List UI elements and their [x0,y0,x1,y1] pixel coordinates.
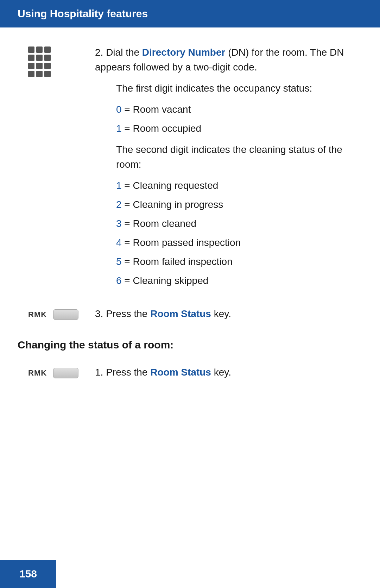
step-3-text-after: key. [211,308,231,319]
rmk-label-2: RMK [28,369,47,378]
section2-step-1-row: RMK 1. Press the Room Status key. [18,365,362,380]
rmk-icon-area-2: RMK [28,368,78,378]
occupancy-text-0: = Room vacant [122,104,191,115]
occupancy-text-1: = Room occupied [122,123,201,134]
step-3-link: Room Status [150,308,211,319]
step-2-para1: The first digit indicates the occupancy … [116,81,362,96]
cleaning-text-2: = Cleaning in progress [122,199,223,210]
cleaning-item-3: 3 = Room cleaned [116,216,362,231]
section2-step-1-text: 1. Press the Room Status key. [95,365,362,380]
cleaning-text-3: = Room cleaned [122,218,196,229]
cleaning-num-1: 1 [116,180,122,191]
main-content: 2. Dial the Directory Number (DN) for th… [0,45,380,429]
section-heading: Changing the status of a room: [18,339,173,351]
occupancy-item-0: 0 = Room vacant [116,102,362,117]
keypad-dot-1 [28,47,34,53]
keypad-dot-5 [36,55,43,61]
keypad-dot-7 [28,63,34,69]
step-3-icon-area: RMK [18,308,95,320]
cleaning-item-1: 1 = Cleaning requested [116,178,362,193]
step-3-row: RMK 3. Press the Room Status key. [18,307,362,321]
cleaning-item-5: 5 = Room failed inspection [116,254,362,269]
cleaning-num-3: 3 [116,218,122,229]
occupancy-list: 0 = Room vacant 1 = Room occupied [116,102,362,136]
step-2-text-before: Dial the [106,47,142,58]
occupancy-num-0: 0 [116,104,122,115]
page-number: 158 [19,568,37,580]
section2-step-1-icon-area: RMK [18,366,95,378]
keypad-dot-12 [44,71,51,77]
occupancy-item-1: 1 = Room occupied [116,121,362,136]
section2-step-1-text-after: key. [211,367,231,378]
cleaning-text-4: = Room passed inspection [122,237,241,248]
keypad-dot-9 [44,63,51,69]
keypad-icon-area [18,45,95,77]
keypad-dot-6 [44,55,51,61]
cleaning-text-1: = Cleaning requested [122,180,218,191]
step-2-row: 2. Dial the Directory Number (DN) for th… [18,45,362,292]
cleaning-num-2: 2 [116,199,122,210]
rmk-icon-area-1: RMK [28,309,78,320]
occupancy-num-1: 1 [116,123,122,134]
step-3-text: 3. Press the Room Status key. [95,307,362,321]
rmk-button-1 [53,309,78,320]
cleaning-text-5: = Room failed inspection [122,256,233,267]
keypad-dot-2 [36,47,43,53]
cleaning-item-2: 2 = Cleaning in progress [116,197,362,212]
step-2-link: Directory Number [142,47,226,58]
rmk-label-1: RMK [28,310,47,319]
keypad-icon [28,47,51,77]
keypad-dot-8 [36,63,43,69]
cleaning-item-4: 4 = Room passed inspection [116,235,362,250]
section2-step-1-link: Room Status [150,367,211,378]
keypad-dot-10 [28,71,34,77]
cleaning-num-4: 4 [116,237,122,248]
step-3-number: 3. [95,308,103,319]
step-2-text: 2. Dial the Directory Number (DN) for th… [95,45,362,292]
cleaning-num-6: 6 [116,275,122,286]
keypad-dot-3 [44,47,51,53]
step-3-text-before: Press the [106,308,150,319]
header-bar: Using Hospitality features [0,0,380,27]
rmk-button-2 [53,368,78,378]
keypad-dot-4 [28,55,34,61]
footer-bar: 158 [0,560,56,588]
header-title: Using Hospitality features [18,8,148,19]
cleaning-num-5: 5 [116,256,122,267]
cleaning-text-6: = Cleaning skipped [122,275,209,286]
section2-step-1-number: 1. [95,367,103,378]
section2-step-1-text-before: Press the [106,367,150,378]
keypad-dot-11 [36,71,43,77]
cleaning-list: 1 = Cleaning requested 2 = Cleaning in p… [116,178,362,288]
cleaning-item-6: 6 = Cleaning skipped [116,273,362,288]
step-2-number: 2. [95,47,103,58]
step-2-para2: The second digit indicates the cleaning … [116,142,362,172]
